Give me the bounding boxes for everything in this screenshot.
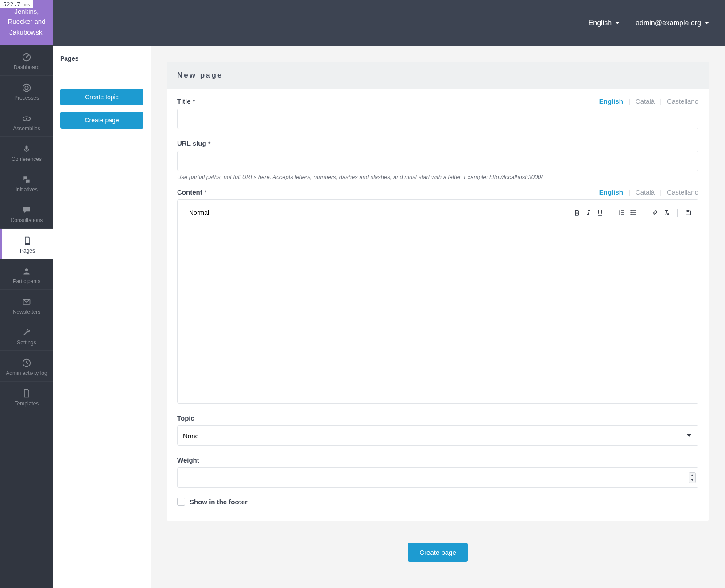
- comment-icon: [21, 205, 32, 215]
- nav-label: Processes: [14, 95, 39, 101]
- topbar: English admin@example.org: [53, 0, 725, 46]
- language-label: English: [589, 19, 612, 27]
- nav-conferences[interactable]: Conferences: [0, 137, 53, 167]
- svg-rect-6: [26, 145, 28, 149]
- svg-point-3: [25, 86, 28, 89]
- svg-point-2: [23, 84, 31, 92]
- nav-label: Participants: [13, 278, 41, 284]
- user-email: admin@example.org: [636, 19, 701, 27]
- nav-activity-log[interactable]: Admin activity log: [0, 351, 53, 382]
- nav-assemblies[interactable]: Assemblies: [0, 106, 53, 137]
- nav-label: Admin activity log: [6, 370, 47, 376]
- rich-editor: Normal 123: [177, 199, 698, 404]
- topic-label: Topic: [177, 414, 194, 422]
- user-menu[interactable]: admin@example.org: [636, 19, 709, 27]
- document-icon: [21, 388, 32, 399]
- svg-point-1: [26, 56, 27, 58]
- weight-spinner[interactable]: ▲ ▼: [689, 472, 696, 483]
- submit-button[interactable]: Create page: [408, 543, 468, 562]
- show-footer-label[interactable]: Show in the footer: [190, 498, 248, 506]
- nav-participants[interactable]: Participants: [0, 259, 53, 290]
- nav-consultations[interactable]: Consultations: [0, 198, 53, 229]
- nav-pages[interactable]: Pages: [0, 229, 53, 259]
- title-lang-tabs: English| Català| Castellano: [599, 97, 698, 105]
- caret-down-icon: [615, 22, 620, 24]
- nav-label: Settings: [17, 339, 36, 346]
- svg-rect-16: [687, 210, 689, 212]
- perf-badge: 522.7 ms: [0, 0, 33, 8]
- title-input[interactable]: [177, 109, 698, 129]
- envelope-icon: [21, 296, 32, 307]
- lang-tab-en[interactable]: English: [599, 97, 623, 105]
- microphone-icon: [21, 144, 32, 154]
- svg-text:3: 3: [619, 213, 620, 215]
- content-label: Content: [177, 188, 207, 196]
- clear-format-button[interactable]: [663, 208, 670, 218]
- nav-label: Newsletters: [13, 309, 41, 315]
- chat-bubbles-icon: [21, 174, 32, 185]
- svg-point-7: [25, 268, 28, 271]
- main: New page Title English| Català| Castella…: [151, 46, 725, 588]
- svg-point-15: [630, 214, 632, 215]
- italic-button[interactable]: [585, 208, 592, 218]
- save-button[interactable]: [685, 208, 692, 218]
- lang-tab-ca[interactable]: Català: [636, 97, 655, 105]
- weight-input[interactable]: [177, 467, 698, 488]
- form-card: New page Title English| Català| Castella…: [167, 62, 709, 521]
- nav-newsletters[interactable]: Newsletters: [0, 290, 53, 320]
- url-slug-hint: Use partial paths, not full URLs here. A…: [177, 174, 698, 180]
- url-slug-label: URL slug: [177, 140, 211, 147]
- nav-processes[interactable]: Processes: [0, 76, 53, 106]
- link-button[interactable]: [651, 208, 659, 218]
- bold-button[interactable]: [574, 208, 581, 218]
- nav-label: Initiatives: [16, 187, 38, 193]
- spin-down-icon[interactable]: ▼: [689, 478, 695, 483]
- lang-tab-es[interactable]: Castellano: [667, 188, 698, 196]
- lang-tab-es[interactable]: Castellano: [667, 97, 698, 105]
- nav-label: Dashboard: [14, 64, 40, 70]
- topic-select[interactable]: None: [177, 425, 698, 446]
- dashboard-icon: [21, 52, 32, 62]
- secondary-panel: Pages Create topic Create page: [53, 46, 151, 588]
- url-slug-input[interactable]: [177, 151, 698, 171]
- target-icon: [21, 82, 32, 93]
- nav-label: Consultations: [11, 217, 43, 223]
- nav-label: Pages: [20, 248, 35, 254]
- nav-initiatives[interactable]: Initiatives: [0, 167, 53, 198]
- svg-point-14: [630, 212, 632, 214]
- create-topic-button[interactable]: Create topic: [60, 89, 143, 105]
- nav-templates[interactable]: Templates: [0, 382, 53, 412]
- weight-label: Weight: [177, 456, 199, 464]
- content-lang-tabs: English| Català| Castellano: [599, 188, 698, 196]
- panel-title: Pages: [60, 55, 143, 62]
- caret-down-icon: [705, 22, 709, 24]
- lang-tab-ca[interactable]: Català: [636, 188, 655, 196]
- user-icon: [21, 266, 32, 276]
- nav-dashboard[interactable]: Dashboard: [0, 45, 53, 76]
- svg-point-5: [26, 118, 27, 120]
- svg-point-13: [630, 210, 632, 212]
- format-select[interactable]: Normal: [184, 202, 559, 223]
- nav-label: Conferences: [12, 156, 42, 162]
- language-switcher[interactable]: English: [589, 19, 620, 27]
- unordered-list-button[interactable]: [630, 208, 637, 218]
- spin-up-icon[interactable]: ▲: [689, 473, 695, 478]
- title-label: Title: [177, 97, 195, 105]
- editor-toolbar: Normal 123: [178, 200, 698, 226]
- sidebar: Jenkins, Ruecker and Jakubowski Dashboar…: [0, 0, 53, 588]
- page-icon: [22, 235, 33, 246]
- ordered-list-button[interactable]: 123: [618, 208, 625, 218]
- nav-label: Assemblies: [13, 125, 40, 132]
- lang-tab-en[interactable]: English: [599, 188, 623, 196]
- nav-settings[interactable]: Settings: [0, 320, 53, 351]
- perf-ms: 522.7: [3, 1, 20, 8]
- camera-icon: [21, 113, 32, 124]
- create-page-button[interactable]: Create page: [60, 112, 143, 129]
- clock-icon: [21, 358, 32, 368]
- show-footer-checkbox[interactable]: [177, 498, 185, 506]
- wrench-icon: [21, 327, 32, 338]
- card-heading: New page: [167, 62, 709, 89]
- content-editor[interactable]: [178, 226, 698, 403]
- nav-label: Templates: [15, 401, 39, 407]
- underline-button[interactable]: [597, 208, 604, 218]
